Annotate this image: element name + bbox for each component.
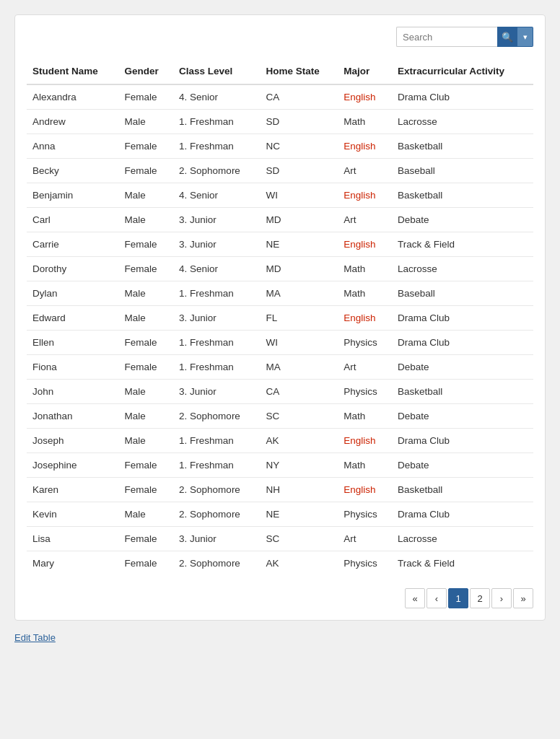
pagination-prev[interactable]: ‹ (426, 588, 447, 608)
cell-gender: Female (119, 478, 174, 502)
col-extracurricular: Extracurricular Activity (392, 58, 533, 84)
cell-major: Physics (338, 380, 392, 404)
cell-class_level: 1. Freshman (173, 110, 260, 134)
cell-home_state: AK (260, 429, 338, 453)
table-row: CarrieFemale3. JuniorNEEnglishTrack & Fi… (27, 232, 533, 257)
cell-class_level: 3. Junior (173, 527, 260, 551)
table-row: AnnaFemale1. FreshmanNCEnglishBasketball (27, 134, 533, 159)
cell-major: Math (338, 110, 392, 134)
cell-class_level: 3. Junior (173, 306, 260, 331)
cell-extracurricular: Basketball (392, 183, 533, 208)
cell-major: English (338, 306, 392, 331)
cell-major: Art (338, 159, 392, 183)
cell-extracurricular: Drama Club (392, 429, 533, 453)
cell-home_state: SD (260, 110, 338, 134)
cell-class_level: 2. Sophomore (173, 478, 260, 502)
cell-name: Carl (27, 208, 119, 232)
cell-extracurricular: Track & Field (392, 551, 533, 576)
cell-name: Edward (27, 306, 119, 331)
cell-class_level: 3. Junior (173, 380, 260, 404)
cell-class_level: 1. Freshman (173, 281, 260, 306)
col-gender: Gender (119, 58, 174, 84)
cell-home_state: WI (260, 183, 338, 208)
cell-extracurricular: Lacrosse (392, 257, 533, 281)
table-row: AlexandraFemale4. SeniorCAEnglishDrama C… (27, 84, 533, 110)
main-container: 🔍 ▾ Student Name Gender Class Level Home… (14, 14, 546, 621)
cell-major: Physics (338, 502, 392, 527)
cell-gender: Male (119, 404, 174, 429)
cell-gender: Female (119, 134, 174, 159)
search-button[interactable]: 🔍 (497, 27, 517, 47)
cell-gender: Male (119, 306, 174, 331)
table-row: BenjaminMale4. SeniorWIEnglishBasketball (27, 183, 533, 208)
cell-home_state: CA (260, 84, 338, 110)
table-row: KarenFemale2. SophomoreNHEnglishBasketba… (27, 478, 533, 502)
students-table: Student Name Gender Class Level Home Sta… (27, 58, 533, 575)
cell-major: English (338, 84, 392, 110)
cell-extracurricular: Baseball (392, 281, 533, 306)
cell-name: Dylan (27, 281, 119, 306)
cell-gender: Male (119, 380, 174, 404)
cell-class_level: 2. Sophomore (173, 404, 260, 429)
cell-major: English (338, 232, 392, 257)
cell-gender: Male (119, 183, 174, 208)
cell-gender: Female (119, 527, 174, 551)
cell-name: Anna (27, 134, 119, 159)
cell-name: John (27, 380, 119, 404)
cell-extracurricular: Debate (392, 355, 533, 380)
cell-home_state: FL (260, 306, 338, 331)
cell-extracurricular: Track & Field (392, 232, 533, 257)
col-major: Major (338, 58, 392, 84)
cell-home_state: AK (260, 551, 338, 576)
pagination-next[interactable]: › (491, 588, 512, 608)
chevron-down-icon: ▾ (523, 32, 528, 42)
cell-home_state: MD (260, 257, 338, 281)
cell-class_level: 4. Senior (173, 257, 260, 281)
cell-class_level: 1. Freshman (173, 453, 260, 478)
cell-name: Ellen (27, 331, 119, 355)
cell-name: Karen (27, 478, 119, 502)
pagination-last[interactable]: » (513, 588, 533, 608)
table-header: Student Name Gender Class Level Home Sta… (27, 58, 533, 84)
cell-major: English (338, 429, 392, 453)
pagination-page-1[interactable]: 1 (448, 588, 468, 608)
cell-gender: Male (119, 208, 174, 232)
cell-gender: Male (119, 281, 174, 306)
cell-major: Art (338, 527, 392, 551)
cell-home_state: NE (260, 232, 338, 257)
pagination-page-2[interactable]: 2 (470, 588, 490, 608)
pagination-first[interactable]: « (405, 588, 425, 608)
edit-table-link[interactable]: Edit Table (14, 632, 56, 643)
cell-gender: Female (119, 355, 174, 380)
cell-gender: Male (119, 110, 174, 134)
cell-gender: Male (119, 502, 174, 527)
col-home-state: Home State (260, 58, 338, 84)
toolbar: 🔍 ▾ (27, 27, 533, 47)
cell-extracurricular: Basketball (392, 134, 533, 159)
cell-home_state: NC (260, 134, 338, 159)
header-row: Student Name Gender Class Level Home Sta… (27, 58, 533, 84)
table-row: BeckyFemale2. SophomoreSDArtBaseball (27, 159, 533, 183)
table-row: MaryFemale2. SophomoreAKPhysicsTrack & F… (27, 551, 533, 576)
cell-home_state: SD (260, 159, 338, 183)
cell-name: Alexandra (27, 84, 119, 110)
table-row: KevinMale2. SophomoreNEPhysicsDrama Club (27, 502, 533, 527)
cell-name: Jonathan (27, 404, 119, 429)
cell-class_level: 3. Junior (173, 208, 260, 232)
dropdown-button[interactable]: ▾ (517, 27, 533, 47)
cell-name: Mary (27, 551, 119, 576)
cell-class_level: 1. Freshman (173, 134, 260, 159)
cell-name: Becky (27, 159, 119, 183)
cell-class_level: 1. Freshman (173, 331, 260, 355)
cell-major: Art (338, 355, 392, 380)
cell-class_level: 2. Sophomore (173, 551, 260, 576)
cell-name: Lisa (27, 527, 119, 551)
cell-major: Math (338, 257, 392, 281)
cell-extracurricular: Debate (392, 404, 533, 429)
col-student-name: Student Name (27, 58, 119, 84)
search-input[interactable] (396, 27, 497, 47)
cell-gender: Female (119, 257, 174, 281)
cell-home_state: NE (260, 502, 338, 527)
cell-major: Art (338, 208, 392, 232)
cell-name: Benjamin (27, 183, 119, 208)
